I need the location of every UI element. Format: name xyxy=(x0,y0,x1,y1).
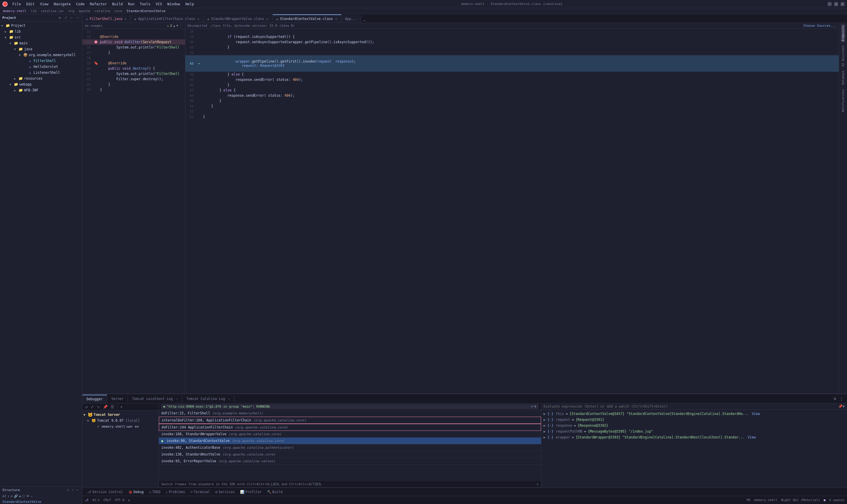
frame-item-0[interactable]: doFilter:15, FilterShell (org.example.me… xyxy=(159,410,541,417)
expand-icon[interactable]: ▶ xyxy=(544,418,546,422)
breadcrumb-org[interactable]: org xyxy=(69,9,74,13)
expand-icon[interactable]: ▶ xyxy=(544,429,546,433)
tab-debugger[interactable]: Debugger xyxy=(82,395,107,403)
more-icon[interactable]: ⋮ xyxy=(839,396,845,401)
methods-icon[interactable]: ⬡ xyxy=(22,494,25,498)
tab-appfilterchain[interactable]: ☕ ApplicationFilterChain.class ✕ xyxy=(131,15,204,23)
bst-version-control[interactable]: ⎇ Version Control xyxy=(85,489,125,495)
theme-name[interactable]: Night Owl (Material) xyxy=(781,498,820,502)
settings-icon[interactable]: ⚙ xyxy=(833,396,837,401)
breadcrumb-core[interactable]: core xyxy=(115,9,122,13)
close-sidebar-icon[interactable]: ─ xyxy=(75,15,80,20)
tomcat-version-item[interactable]: ▼ 🐱 Tomcat 9.0.97 [local] xyxy=(82,418,159,424)
menu-help[interactable]: Help xyxy=(183,1,196,7)
tab-overflow-button[interactable]: ⋯ xyxy=(361,19,368,23)
close-hint-icon[interactable]: ✕ xyxy=(537,482,539,486)
close-button[interactable]: ✕ xyxy=(841,2,845,6)
sync-icon[interactable]: ⚙ xyxy=(57,15,62,20)
tree-item-package[interactable]: ▼ 📦 org.example.memoryshell xyxy=(0,52,82,58)
add-icon[interactable]: + xyxy=(120,404,123,410)
tab-close-filtershell[interactable]: ✕ xyxy=(124,17,127,21)
tree-item-project[interactable]: ▼ 📁 Project xyxy=(0,23,82,29)
breadcrumb-project[interactable]: memory-shell xyxy=(3,9,26,13)
bst-build[interactable]: 🔨 Build xyxy=(265,489,285,495)
tab-close-stdcontext[interactable]: ✕ xyxy=(335,17,338,21)
thread-dropdown-icon[interactable]: ▼ xyxy=(534,405,536,409)
tree-item-main[interactable]: ▼ 📁 main xyxy=(0,40,82,46)
notifications-label[interactable]: Notifications xyxy=(841,88,845,113)
nav-down-icon[interactable]: ▼ xyxy=(176,24,178,28)
tree-item-src[interactable]: ▼ 📁 src xyxy=(0,34,82,40)
watch-input[interactable] xyxy=(544,404,838,409)
structure-options-icon[interactable]: ⋯ xyxy=(70,488,75,492)
view-link[interactable]: View xyxy=(752,412,760,416)
frame-item-1[interactable]: internalDoFilter:168, ApplicationFilterC… xyxy=(159,417,541,424)
tomcat-server-item[interactable]: ▼ 🐱 Tomcat Server xyxy=(82,412,159,418)
tab-stdcontext[interactable]: ☕ StandardContextValve.class ✕ xyxy=(273,14,342,23)
filter-icon[interactable]: ⚙ xyxy=(11,494,13,498)
frame-item-5[interactable]: invoke:482, AuthenticatorBase (org.apach… xyxy=(159,444,541,451)
tab-filtershell[interactable]: ☕ FilterShell.java ✕ xyxy=(82,15,131,23)
frame-item-2[interactable]: doFilter:144 ApplicationFilterChain (org… xyxy=(159,424,541,431)
tab-app[interactable]: App... xyxy=(342,15,361,23)
bst-terminal[interactable]: ⌨ Terminal xyxy=(188,489,212,495)
choose-sources-link[interactable]: Choose Sources... xyxy=(803,24,836,28)
settings-icon[interactable]: ⋯ xyxy=(69,15,74,20)
maximize-button[interactable]: □ xyxy=(834,2,838,6)
ai-assistant-label[interactable]: AI Assistant xyxy=(841,44,845,68)
pin-icon[interactable]: 📌 xyxy=(102,404,108,410)
breadcrumb-catalina[interactable]: catalina xyxy=(95,9,110,13)
bst-todo[interactable]: ☑ TODO xyxy=(146,489,163,495)
tree-item-listenershell[interactable]: ▶ ☕ ListenerShell xyxy=(0,70,82,75)
thread-selector[interactable]: ▶ "http-nio-8080-exec-1"@2,876 in group … xyxy=(161,404,539,409)
bst-problems[interactable]: ⚠ Problems xyxy=(163,489,187,495)
expand-icon[interactable]: ▶ xyxy=(544,435,546,439)
database-label[interactable]: Database xyxy=(841,69,845,86)
breadcrumb-apache[interactable]: apache xyxy=(79,9,90,13)
tab-tomcat-localhost[interactable]: Tomcat Localhost Log ✕ xyxy=(128,395,182,402)
line-sep[interactable]: CRLF xyxy=(104,498,111,502)
menu-window[interactable]: Window xyxy=(165,1,183,7)
view-link[interactable]: View xyxy=(747,435,756,439)
menu-build[interactable]: Build xyxy=(110,1,125,7)
nav-up-icon[interactable]: ▲ xyxy=(173,24,175,28)
minimize-button[interactable]: ─ xyxy=(828,2,832,6)
menu-edit[interactable]: Edit xyxy=(24,1,37,7)
more-options-icon[interactable]: ⋮ xyxy=(179,24,183,28)
fields-icon[interactable]: ◆ xyxy=(19,494,21,498)
menu-vcs[interactable]: VCS xyxy=(153,1,165,7)
indent-setting[interactable]: 4 spaces xyxy=(829,498,845,502)
menu-refactor[interactable]: Refactor xyxy=(87,1,109,7)
expand-all-icon[interactable]: ⋯ xyxy=(31,494,33,498)
watch-pin-icon[interactable]: 📌 xyxy=(838,404,843,409)
sort-icon[interactable]: ↕ xyxy=(7,494,10,498)
filter-icon[interactable]: ☰ xyxy=(110,404,115,410)
watch-more-icon[interactable]: ▼ xyxy=(843,404,845,409)
tree-item-helloservlet[interactable]: ▶ ☕ HelloServlet xyxy=(0,64,82,70)
tab-close-icon[interactable]: ✕ xyxy=(176,397,178,400)
bst-profiler[interactable]: 📊 Profiler xyxy=(238,489,264,495)
tab-close-stdwrapper[interactable]: ✕ xyxy=(266,17,269,21)
tree-item-java[interactable]: ▼ 📁 java xyxy=(0,46,82,52)
right-code-editor[interactable]: 38 39 if (request.isAsyncSupported()) { … xyxy=(185,29,839,394)
deployment-item[interactable]: ▶ ✓ memory-shell:war ex xyxy=(82,424,159,429)
tab-close-appfilterchain[interactable]: ✕ xyxy=(197,17,200,21)
tab-close-icon[interactable]: ✕ xyxy=(228,397,230,400)
menu-run[interactable]: Run xyxy=(126,1,137,7)
project-name[interactable]: memory-shell xyxy=(754,498,777,502)
frame-item-7[interactable]: invoke:93, ErrorReportValve (org.apache.… xyxy=(159,458,541,465)
tab-server[interactable]: Server xyxy=(107,395,128,402)
expand-icon[interactable]: ▶ xyxy=(544,412,546,416)
restart-icon[interactable]: ↺ xyxy=(85,404,88,410)
menu-file[interactable]: File xyxy=(10,1,23,7)
inherited-icon[interactable]: 🔗 xyxy=(14,494,18,498)
frame-item-3[interactable]: invoke:168, StandardWrapperValve (org.ap… xyxy=(159,431,541,437)
menu-view[interactable]: View xyxy=(38,1,51,7)
collapse-all-icon[interactable]: ⤡ xyxy=(96,404,101,410)
thread-filter-icon[interactable]: ▽ xyxy=(531,405,533,409)
frame-item-6[interactable]: invoke:130, StandardHostValve (org.apach… xyxy=(159,451,541,458)
sort-az-icon[interactable]: AZ xyxy=(2,494,6,498)
visibility-icon[interactable]: 👁 xyxy=(26,494,30,498)
menu-code[interactable]: Code xyxy=(74,1,87,7)
structure-expand-icon[interactable]: ⤢ xyxy=(66,488,70,492)
